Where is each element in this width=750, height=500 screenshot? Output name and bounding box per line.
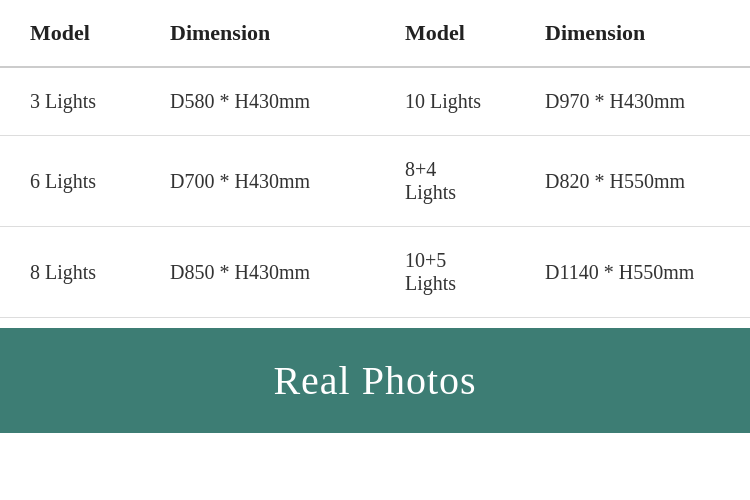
cell-model2: 10 Lights (375, 67, 515, 136)
cell-model1: 3 Lights (0, 67, 140, 136)
cell-dim1: D850 * H430mm (140, 227, 375, 318)
cell-dim2: D970 * H430mm (515, 67, 750, 136)
real-photos-banner: Real Photos (0, 328, 750, 433)
cell-dim1: D700 * H430mm (140, 136, 375, 227)
table-row: 3 LightsD580 * H430mm10 LightsD970 * H43… (0, 67, 750, 136)
real-photos-label: Real Photos (273, 357, 476, 404)
header-model1: Model (0, 0, 140, 67)
header-dimension1: Dimension (140, 0, 375, 67)
header-dimension2: Dimension (515, 0, 750, 67)
cell-dim2: D1140 * H550mm (515, 227, 750, 318)
table-row: 8 LightsD850 * H430mm10+5 LightsD1140 * … (0, 227, 750, 318)
cell-dim1: D580 * H430mm (140, 67, 375, 136)
cell-model1: 8 Lights (0, 227, 140, 318)
table-header-row: Model Dimension Model Dimension (0, 0, 750, 67)
specifications-table-section: Model Dimension Model Dimension 3 Lights… (0, 0, 750, 318)
cell-model1: 6 Lights (0, 136, 140, 227)
specs-table: Model Dimension Model Dimension 3 Lights… (0, 0, 750, 318)
header-model2: Model (375, 0, 515, 67)
cell-model2: 8+4 Lights (375, 136, 515, 227)
table-row: 6 LightsD700 * H430mm8+4 LightsD820 * H5… (0, 136, 750, 227)
cell-dim2: D820 * H550mm (515, 136, 750, 227)
cell-model2: 10+5 Lights (375, 227, 515, 318)
